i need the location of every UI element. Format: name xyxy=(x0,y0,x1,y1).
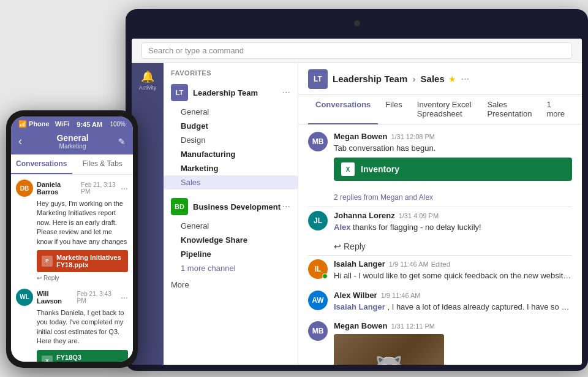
phone-messages-area: DB Daniela Barros Feb 21, 3:13 PM ··· He… xyxy=(11,175,133,362)
online-indicator xyxy=(322,273,328,279)
phone-message-2: WL Will Lawson Feb 21, 3:43 PM ··· Thank… xyxy=(16,289,128,362)
video-thumbnail[interactable]: 🦝 ▶ xyxy=(334,334,444,365)
conversation-panel: LT Leadership Team › Sales ★ ··· Convers… xyxy=(298,63,582,365)
channel-more-icon[interactable]: ··· xyxy=(461,74,469,85)
phone-msg-time-2: Feb 21, 3:43 PM xyxy=(77,291,121,304)
back-button[interactable]: ‹ xyxy=(18,135,22,148)
message-time-1: 1/31 12:08 PM xyxy=(391,133,435,140)
inventory-card-label: Inventory xyxy=(361,164,399,174)
teams-layout: 🔔 Activity Favorites LT Leadership Team … xyxy=(132,63,582,365)
phone-channel-name: General xyxy=(27,133,118,143)
nav-activity[interactable]: 🔔 Activity xyxy=(135,68,160,93)
mention-alex: Alex xyxy=(334,223,350,232)
phone-title-area: General Marketing xyxy=(27,133,118,150)
message-content-2: Johanna Lorenz 1/31 4:09 PM Alex thanks … xyxy=(334,211,572,233)
phone-msg-header-2: WL Will Lawson Feb 21, 3:43 PM ··· xyxy=(16,289,128,306)
tab-more[interactable]: 1 more xyxy=(539,95,572,124)
message-text-4: Isaiah Langer , I have a lot of ideas al… xyxy=(334,302,572,313)
nav-activity-label: Activity xyxy=(139,85,157,91)
channel-title: Leadership Team › Sales xyxy=(333,74,445,84)
conversation-header: LT Leadership Team › Sales ★ ··· xyxy=(298,63,582,95)
reply-label-2: Reply xyxy=(344,242,366,251)
xlsx-filename: FY18Q3 Expenses.xlsx xyxy=(56,354,123,362)
reply-button-2[interactable]: ↩ Reply xyxy=(334,242,572,251)
tab-inventory[interactable]: Inventory Excel Spreadsheet xyxy=(410,95,480,124)
divider-2 xyxy=(308,255,572,256)
more-link[interactable]: More xyxy=(164,275,298,294)
phone-tab-conversations[interactable]: Conversations xyxy=(11,154,72,174)
channel-sales[interactable]: Sales xyxy=(164,175,298,189)
phone-tab-files[interactable]: Files & Tabs xyxy=(72,154,134,174)
tab-sales-pres[interactable]: Sales Presentation xyxy=(480,95,539,124)
channel-tabs: Conversations Files Inventory Excel Spre… xyxy=(298,95,582,124)
inventory-card: X Inventory xyxy=(334,158,572,181)
phone-channel-sub: Marketing xyxy=(27,143,118,150)
message-text-3: Hi all - I would like to get some quick … xyxy=(334,270,572,281)
message-author-4: Alex Wilber xyxy=(334,291,377,300)
message-group-3: IL Isaiah Langer 1/9 11:46 AM Edited Hi … xyxy=(308,259,572,281)
avatar-johanna: JL xyxy=(308,211,328,230)
phone-reply-1[interactable]: ↩ Reply xyxy=(37,275,128,281)
avatar-isaiah: IL xyxy=(308,259,328,279)
phone-time: 9:45 AM xyxy=(77,121,102,128)
tablet-device: Search or type a command 🔔 Activity Favo… xyxy=(126,9,588,371)
phone-msg-more-2[interactable]: ··· xyxy=(121,292,128,302)
favorites-header: Favorites xyxy=(164,63,298,80)
phone-msg-author-2: Will Lawson xyxy=(37,290,75,305)
message-time-4: 1/9 11:46 AM xyxy=(381,292,421,299)
message-group-1: MB Megan Bowen 1/31 12:08 PM Tab convers… xyxy=(308,132,572,185)
message-meta-1: Megan Bowen 1/31 12:08 PM xyxy=(334,132,572,141)
more-channels-link[interactable]: 1 more channel xyxy=(164,261,298,275)
phone-carrier: 📶 Phone WiFi xyxy=(18,120,69,128)
channel-pipeline[interactable]: Pipeline xyxy=(164,247,298,261)
message-group-4: AW Alex Wilber 1/9 11:46 AM Isaiah Lange… xyxy=(308,291,572,313)
reply-icon-1: ↩ xyxy=(37,275,42,281)
phone-msg-more-1[interactable]: ··· xyxy=(121,183,128,193)
reply-arrow-icon: ↩ xyxy=(334,242,341,251)
message-meta-5: Megan Bowen 1/31 12:11 PM xyxy=(334,321,572,330)
avatar-megan1: MB xyxy=(308,132,328,151)
message-content-1: Megan Bowen 1/31 12:08 PM Tab conversati… xyxy=(334,132,572,185)
phone-status-bar: 📶 Phone WiFi 9:45 AM 100% xyxy=(11,116,133,131)
xlsx-icon: X xyxy=(341,162,355,176)
messages-area: MB Megan Bowen 1/31 12:08 PM Tab convers… xyxy=(298,124,582,365)
racoon-emoji: 🦝 xyxy=(371,351,407,365)
replies-info-1[interactable]: 2 replies from Megan and Alex xyxy=(334,193,572,202)
edit-icon[interactable]: ✎ xyxy=(118,137,126,147)
team-item-bizdev[interactable]: BD Business Development ··· xyxy=(164,194,298,219)
channel-manufacturing[interactable]: Manufacturing xyxy=(164,147,298,161)
channel-knowledge[interactable]: Knowledge Share xyxy=(164,233,298,247)
message-text-4-rest: , I have a lot of ideas already captured… xyxy=(387,302,572,311)
channel-general[interactable]: General xyxy=(164,105,298,119)
team-item-leadership[interactable]: LT Leadership Team ··· xyxy=(164,80,298,105)
pptx-filename: Marketing Initiatives FY18.pptx xyxy=(56,254,123,268)
tablet-screen: Search or type a command 🔔 Activity Favo… xyxy=(132,39,582,365)
channel-design[interactable]: Design xyxy=(164,133,298,147)
message-edited-badge: Edited xyxy=(431,261,450,268)
message-author-2: Johanna Lorenz xyxy=(334,211,395,220)
phone-screen: 📶 Phone WiFi 9:45 AM 100% ‹ General Mark… xyxy=(11,116,133,362)
phone-attachment-xlsx: X FY18Q3 Expenses.xlsx xyxy=(37,350,128,362)
message-content-3: Isaiah Langer 1/9 11:46 AM Edited Hi all… xyxy=(334,259,572,281)
message-time-2: 1/31 4:09 PM xyxy=(399,212,439,219)
message-meta-3: Isaiah Langer 1/9 11:46 AM Edited xyxy=(334,259,572,268)
channel-budget[interactable]: Budget xyxy=(164,119,298,133)
tablet-camera xyxy=(354,20,360,26)
team-bizdev-more-icon[interactable]: ··· xyxy=(282,201,290,212)
reply-label-phone-1: Reply xyxy=(43,275,59,281)
channel-bizdev-general[interactable]: General xyxy=(164,219,298,233)
pptx-icon: P xyxy=(42,256,53,267)
channel-marketing[interactable]: Marketing xyxy=(164,161,298,175)
tab-conversations[interactable]: Conversations xyxy=(308,95,378,124)
xlsx-icon-phone: X xyxy=(42,356,53,362)
mention-isaiah: Isaiah Langer xyxy=(334,302,385,311)
message-author-5: Megan Bowen xyxy=(334,321,387,330)
phone-device: 📶 Phone WiFi 9:45 AM 100% ‹ General Mark… xyxy=(6,110,138,368)
message-time-5: 1/31 12:11 PM xyxy=(391,322,435,330)
tab-files[interactable]: Files xyxy=(378,95,409,124)
phone-tabs: Conversations Files & Tabs xyxy=(11,154,133,175)
favorite-star-icon[interactable]: ★ xyxy=(448,74,456,84)
message-content-5: Megan Bowen 1/31 12:11 PM 🦝 ▶ xyxy=(334,321,572,365)
search-input[interactable]: Search or type a command xyxy=(141,42,572,59)
team-more-icon[interactable]: ··· xyxy=(282,87,290,98)
